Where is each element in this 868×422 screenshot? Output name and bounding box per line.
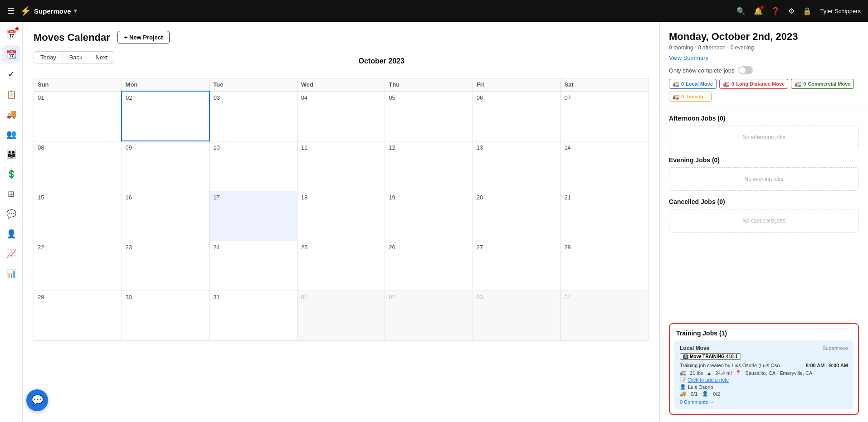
training-job-note-row: 📝 Click to add a note [680, 377, 848, 383]
calendar-day[interactable]: 08 [34, 141, 122, 191]
sidebar-item-calendar-active[interactable]: 📆 [2, 45, 20, 63]
next-button[interactable]: Next [89, 51, 115, 63]
calendar-day[interactable]: 02 [122, 91, 210, 141]
view-summary-link[interactable]: View Summary [669, 54, 708, 61]
calendar-day[interactable]: 24 [210, 241, 297, 291]
sidebar-item-calendar-small[interactable]: 📅 [2, 25, 20, 44]
calendar-day[interactable]: 12 [385, 141, 473, 191]
lock-icon[interactable]: 🔒 [803, 7, 812, 15]
calendar-day[interactable]: 10 [210, 141, 297, 191]
calendar-day[interactable]: 15 [34, 191, 122, 241]
calendar-day[interactable]: 18 [297, 191, 385, 241]
calendar-day[interactable]: 28 [561, 241, 649, 291]
sidebar-item-truck[interactable]: 🚚 [2, 105, 20, 123]
calendar-section: Moves Calendar + New Project Today Back … [23, 22, 659, 422]
calendar-day[interactable]: 23 [122, 241, 210, 291]
calendar-day[interactable]: 02 [385, 291, 473, 340]
day-number: 15 [38, 194, 44, 201]
truck-icon: 🚚 [680, 391, 686, 397]
menu-icon[interactable]: ☰ [7, 6, 15, 16]
calendar-day[interactable]: 29 [34, 291, 122, 340]
sidebar-item-chart[interactable]: 📈 [2, 245, 20, 263]
day-number: 30 [126, 294, 132, 301]
sidebar-item-team[interactable]: 👨‍👩‍👧 [2, 145, 20, 163]
sidebar-item-check[interactable]: ✔ [2, 65, 20, 83]
calendar-header: Moves Calendar + New Project [34, 31, 649, 44]
calendar-day[interactable]: 22 [34, 241, 122, 291]
calendar-day[interactable]: 05 [385, 91, 473, 141]
training-job-id-badge[interactable]: S Move TRAINING-418-1 [680, 353, 741, 360]
commercial-icon: 🚛 [795, 81, 801, 87]
today-button[interactable]: Today [34, 51, 63, 63]
help-icon[interactable]: ❓ [771, 7, 780, 15]
training-job-description: Training job created by Luis Osorio (Lui… [680, 363, 785, 368]
calendar-day[interactable]: 04 [561, 291, 649, 340]
only-complete-row: Only show complete jobs [669, 66, 859, 74]
sidebar-item-chat[interactable]: 💬 [2, 205, 20, 223]
sidebar-item-report[interactable]: 📊 [2, 265, 20, 283]
only-complete-toggle[interactable] [738, 66, 753, 74]
calendar-day[interactable]: 19 [385, 191, 473, 241]
calendar-day[interactable]: 25 [297, 241, 385, 291]
sidebar-item-grid[interactable]: ⊞ [2, 185, 20, 203]
training-job-stats: 🚚 0/1 👤 0/2 [680, 391, 848, 397]
calendar-day[interactable]: 14 [561, 141, 649, 191]
day-number: 28 [564, 244, 571, 251]
calendar-day[interactable]: 16 [122, 191, 210, 241]
location-icon: 📍 [735, 370, 741, 376]
summary-line: 0 morning - 0 afternoon - 0 evening [669, 44, 859, 51]
calendar-day[interactable]: 30 [122, 291, 210, 340]
notification-icon[interactable]: 🔔 [754, 7, 763, 15]
new-project-button[interactable]: + New Project [117, 31, 170, 44]
calendar-day[interactable]: 03 [473, 291, 561, 340]
day-header-fri: Fri [473, 78, 561, 92]
calendar-day[interactable]: 03 [210, 91, 297, 141]
sidebar-item-dollar[interactable]: 💲 [2, 165, 20, 183]
badge-local-move[interactable]: 🚛 0 Local Move [669, 79, 717, 89]
badge-long-distance-move[interactable]: 🚛 0 Long Distance Move [719, 79, 788, 89]
id-badge-text: Move TRAINING-418-1 [690, 354, 738, 359]
back-button[interactable]: Back [63, 51, 89, 63]
day-number: 03 [477, 294, 483, 301]
calendar-day[interactable]: 09 [122, 141, 210, 191]
sidebar-item-list[interactable]: 📋 [2, 85, 20, 103]
calendar-day[interactable]: 13 [473, 141, 561, 191]
add-note-link[interactable]: Click to add a note [688, 377, 729, 383]
day-number: 21 [564, 194, 571, 201]
day-number: 13 [477, 144, 483, 151]
calendar-day[interactable]: 06 [473, 91, 561, 141]
calendar-day[interactable]: 26 [385, 241, 473, 291]
user-name[interactable]: Tyler Schippers [820, 8, 861, 15]
calendar-day[interactable]: 27 [473, 241, 561, 291]
comments-link[interactable]: 0 Comments → [680, 399, 848, 405]
chevron-down-icon[interactable]: ▾ [74, 8, 77, 14]
search-icon[interactable]: 🔍 [736, 7, 746, 15]
chat-icon: 💬 [31, 394, 44, 406]
badge-timeshare[interactable]: 🚛 0 Timesh… [669, 92, 712, 102]
calendar-day[interactable]: 21 [561, 191, 649, 241]
training-job-card[interactable]: Local Move Supermove S Move TRAINING-418… [674, 340, 853, 409]
chat-button[interactable]: 💬 [26, 389, 48, 411]
calendar-day[interactable]: 04 [297, 91, 385, 141]
calendar-day[interactable]: 17 [210, 191, 297, 241]
calendar-day[interactable]: 20 [473, 191, 561, 241]
calendar-day[interactable]: 01 [297, 291, 385, 340]
timeshare-count: 0 [681, 94, 684, 99]
sidebar: 📅 📆 ✔ 📋 🚚 👥 👨‍👩‍👧 💲 ⊞ 💬 👤 📈 📊 [0, 22, 23, 422]
calendar-day[interactable]: 01 [34, 91, 122, 141]
sidebar-item-users[interactable]: 👤 [2, 225, 20, 243]
calendar-day[interactable]: 31 [210, 291, 297, 340]
day-header-mon: Mon [122, 78, 210, 92]
calendar-day[interactable]: 07 [561, 91, 649, 141]
afternoon-jobs-empty: No afternoon jobs [669, 126, 859, 149]
training-job-time: 8:00 AM - 9:00 AM [806, 363, 848, 368]
sidebar-item-people[interactable]: 👥 [2, 125, 20, 143]
settings-icon[interactable]: ⚙ [788, 7, 795, 15]
day-number: 07 [564, 94, 571, 101]
day-header-sun: Sun [34, 78, 122, 92]
evening-jobs-title: Evening Jobs (0) [669, 156, 859, 164]
training-job-details: 🚛 21 lbs ▲ 24.4 mi 📍 Sausalito, CA - Eme… [680, 370, 848, 376]
badge-commercial-move[interactable]: 🚛 0 Commercial Move [791, 79, 854, 89]
truck-count: 0/1 [691, 391, 697, 397]
calendar-day[interactable]: 11 [297, 141, 385, 191]
